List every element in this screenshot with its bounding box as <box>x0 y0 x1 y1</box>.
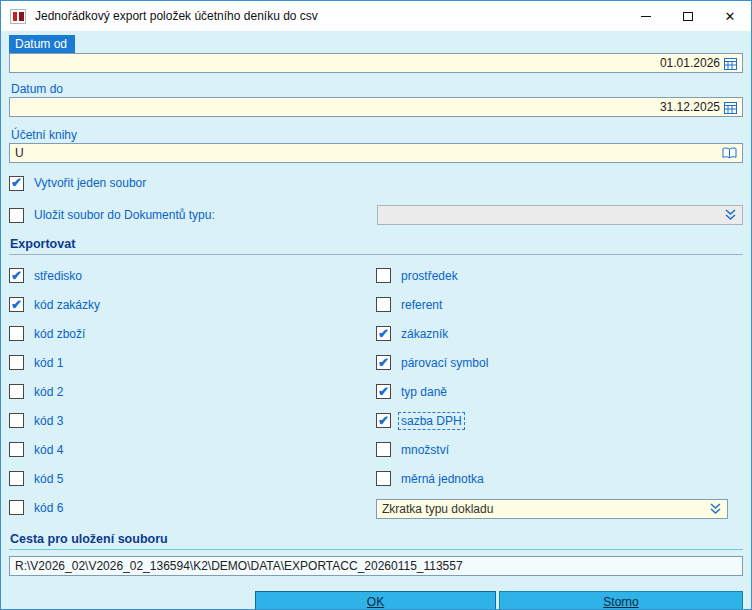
checkbox-label[interactable]: kód 1 <box>32 355 65 371</box>
checkbox-label[interactable]: středisko <box>32 268 84 284</box>
button-row: OK Storno <box>9 591 743 610</box>
checkbox-row: kód 6 <box>9 493 376 522</box>
maximize-icon <box>683 12 693 21</box>
datum-do-label: Datum do <box>9 80 65 97</box>
checkbox-label[interactable]: kód 2 <box>32 384 65 400</box>
ucetni-knihy-input[interactable]: U <box>9 143 743 163</box>
window-title: Jednořádkový export položek účetního den… <box>35 9 625 23</box>
checkbox-row: párovací symbol <box>376 348 743 377</box>
checkbox-label[interactable]: kód 4 <box>32 442 65 458</box>
checkbox-kod-6[interactable] <box>9 500 24 515</box>
checkbox-parovaci-symbol[interactable] <box>376 355 391 370</box>
checkbox-stredisko[interactable] <box>9 268 24 283</box>
checkbox-row: kód 1 <box>9 348 376 377</box>
checkbox-row: kód zboží <box>9 319 376 348</box>
checkbox-referent[interactable] <box>376 297 391 312</box>
checkbox-row: referent <box>376 290 743 319</box>
checkbox-row: prostředek <box>376 261 743 290</box>
checkbox-kod-1[interactable] <box>9 355 24 370</box>
minimize-button[interactable] <box>625 1 667 31</box>
checkbox-kod-2[interactable] <box>9 384 24 399</box>
dialog-window: Jednořádkový export položek účetního den… <box>0 0 752 610</box>
checkbox-label[interactable]: měrná jednotka <box>399 471 486 487</box>
calendar-icon[interactable] <box>724 57 737 70</box>
book-icon[interactable] <box>722 147 737 159</box>
checkbox-label[interactable]: kód zboží <box>32 326 87 342</box>
export-path-field[interactable]: R:\V2026_02\V2026_02_136594\K2\DEMO\DATA… <box>9 556 743 576</box>
checkbox-row: kód 5 <box>9 464 376 493</box>
export-left-column: středisko kód zakázky kód zboží kód 1 kó… <box>9 261 376 522</box>
app-icon <box>10 9 26 24</box>
document-type-combo[interactable] <box>377 205 743 225</box>
checkbox-kod-4[interactable] <box>9 442 24 457</box>
checkbox-row: kód 2 <box>9 377 376 406</box>
save-to-documents-checkbox[interactable] <box>9 208 24 223</box>
checkbox-label[interactable]: kód 6 <box>32 500 65 516</box>
checkbox-row: středisko <box>9 261 376 290</box>
checkbox-sazba-dph[interactable] <box>376 413 391 428</box>
doc-type-abbrev-value: Zkratka typu dokladu <box>382 502 709 516</box>
checkbox-typ-dane[interactable] <box>376 384 391 399</box>
checkbox-row: sazba DPH <box>376 406 743 435</box>
checkbox-label[interactable]: množství <box>399 442 451 458</box>
storno-button[interactable]: Storno <box>499 591 743 610</box>
save-to-documents-row: Uložit soubor do Dokumentů typu: <box>9 205 743 225</box>
checkbox-row: kód zakázky <box>9 290 376 319</box>
checkbox-label[interactable]: zákazník <box>399 326 450 342</box>
checkbox-row: kód 3 <box>9 406 376 435</box>
doc-type-abbrev-combo[interactable]: Zkratka typu dokladu <box>376 499 728 519</box>
export-grid: středisko kód zakázky kód zboží kód 1 kó… <box>9 261 743 522</box>
checkbox-label[interactable]: kód zakázky <box>32 297 102 313</box>
dropdown-icon[interactable] <box>724 209 737 221</box>
checkbox-label[interactable]: referent <box>399 297 444 313</box>
save-to-documents-label[interactable]: Uložit soubor do Dokumentů typu: <box>32 207 217 223</box>
checkbox-kod-zbozi[interactable] <box>9 326 24 341</box>
close-button[interactable]: ✕ <box>709 1 751 31</box>
checkbox-mnozstvi[interactable] <box>376 442 391 457</box>
maximize-button[interactable] <box>667 1 709 31</box>
window-controls: ✕ <box>625 1 751 31</box>
datum-od-value: 01.01.2026 <box>15 56 724 70</box>
export-right-column: prostředek referent zákazník párovací sy… <box>376 261 743 522</box>
calendar-icon[interactable] <box>724 101 737 114</box>
datum-do-value: 31.12.2025 <box>15 100 724 114</box>
checkbox-kod-5[interactable] <box>9 471 24 486</box>
checkbox-label[interactable]: kód 5 <box>32 471 65 487</box>
checkbox-label[interactable]: prostředek <box>399 268 460 284</box>
checkbox-merna-jednotka[interactable] <box>376 471 391 486</box>
path-section-title: Cesta pro uložení souboru <box>9 530 743 549</box>
checkbox-kod-zakazky[interactable] <box>9 297 24 312</box>
create-one-file-checkbox[interactable] <box>9 176 24 191</box>
ucetni-knihy-group: Účetní knihy U <box>9 125 743 163</box>
datum-od-input[interactable]: 01.01.2026 <box>9 53 743 73</box>
checkbox-label[interactable]: typ daně <box>399 384 449 400</box>
checkbox-label[interactable]: párovací symbol <box>399 355 490 371</box>
checkbox-row: typ daně <box>376 377 743 406</box>
export-section-title: Exportovat <box>9 235 743 254</box>
checkbox-prostredek[interactable] <box>376 268 391 283</box>
export-section-divider <box>9 254 743 255</box>
checkbox-label[interactable]: sazba DPH <box>399 413 464 429</box>
minimize-icon <box>641 16 651 17</box>
datum-do-group: Datum do 31.12.2025 <box>9 79 743 117</box>
checkbox-row: kód 4 <box>9 435 376 464</box>
checkbox-row: zákazník <box>376 319 743 348</box>
checkbox-label[interactable]: kód 3 <box>32 413 65 429</box>
ucetni-knihy-label: Účetní knihy <box>9 126 79 143</box>
dropdown-icon[interactable] <box>709 503 722 515</box>
checkbox-zakaznik[interactable] <box>376 326 391 341</box>
checkbox-kod-3[interactable] <box>9 413 24 428</box>
datum-do-input[interactable]: 31.12.2025 <box>9 97 743 117</box>
create-one-file-row: Vytvořit jeden soubor <box>9 173 743 193</box>
checkbox-row: měrná jednotka <box>376 464 743 493</box>
title-bar: Jednořádkový export položek účetního den… <box>1 1 751 31</box>
create-one-file-label[interactable]: Vytvořit jeden soubor <box>32 175 148 191</box>
datum-od-group: Datum od 01.01.2026 <box>9 34 743 73</box>
ucetni-knihy-value: U <box>15 146 722 160</box>
close-icon: ✕ <box>725 10 736 23</box>
ok-button[interactable]: OK <box>255 591 496 610</box>
checkbox-row: množství <box>376 435 743 464</box>
export-path-value: R:\V2026_02\V2026_02_136594\K2\DEMO\DATA… <box>15 559 737 573</box>
datum-od-label: Datum od <box>9 35 75 53</box>
